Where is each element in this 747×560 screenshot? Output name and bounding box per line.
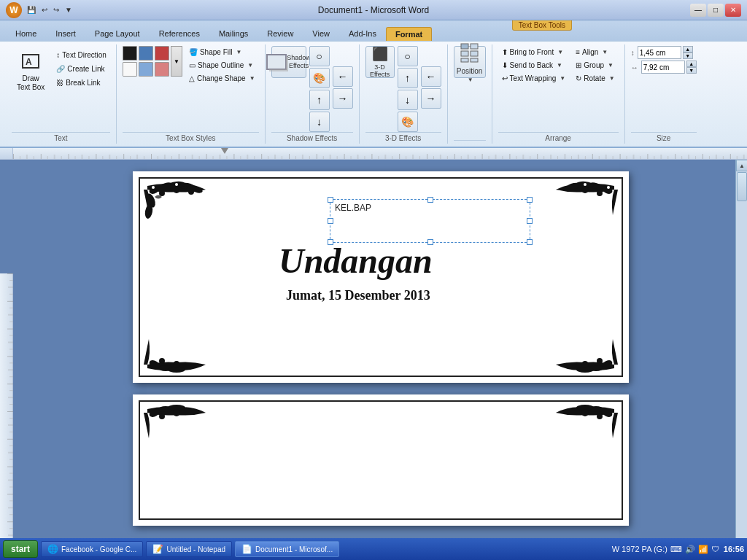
change-shape-label: Change Shape [197, 74, 246, 82]
shadow-color-button[interactable]: 🎨 [309, 68, 330, 88]
create-link-button[interactable]: 🔗 Create Link [53, 63, 110, 75]
shadow-sub-buttons: ○ 🎨 ↑ ↓ [309, 46, 330, 132]
svg-point-52 [173, 409, 180, 416]
text-direction-button[interactable]: ↕ Text Direction [53, 49, 110, 61]
3d-tilt-left-button[interactable]: ← [421, 66, 441, 87]
shadow-nudge-left-button[interactable]: ← [333, 66, 353, 87]
swatch-more-button[interactable]: ▼ [171, 46, 182, 77]
svg-point-34 [597, 190, 603, 196]
width-decrement[interactable]: ▼ [686, 67, 697, 74]
shadow-onoff-button[interactable]: ○ [309, 46, 330, 66]
swatch-black[interactable] [123, 46, 137, 61]
taskbar-item-word[interactable]: 📄 Document1 - Microsof... [235, 541, 339, 557]
tab-references[interactable]: References [150, 26, 209, 41]
start-button[interactable]: start [3, 540, 38, 558]
3d-tilt-down-button[interactable]: ↓ [398, 90, 418, 110]
align-label: Align [582, 48, 598, 56]
3d-tilt-right-button[interactable]: → [421, 88, 441, 109]
taskbar-right: W 1972 PA (G:) ⌨ 🔊 📶 🛡 16:56 [612, 545, 744, 554]
taskbar-item-facebook[interactable]: 🌐 Facebook - Google C... [41, 541, 143, 557]
ruler-area [0, 148, 747, 160]
svg-rect-6 [461, 58, 468, 62]
text-box-selected[interactable]: KEL.BAP [330, 199, 530, 243]
text-wrapping-button[interactable]: ↩ Text Wrapping ▼ [498, 72, 570, 85]
customize-quick-btn[interactable]: ▼ [63, 4, 74, 15]
office-button[interactable]: W [6, 2, 22, 18]
group-button[interactable]: ⊞ Group ▼ [572, 59, 618, 71]
tab-format[interactable]: Format [386, 27, 432, 41]
save-quick-btn[interactable]: 💾 [25, 4, 38, 15]
swatch-lightred[interactable] [155, 62, 169, 77]
height-input[interactable] [638, 46, 681, 59]
rotate-button[interactable]: ↻ Rotate ▼ [572, 72, 618, 85]
taskbar-item-notepad[interactable]: 📝 Untitled - Notepad [146, 541, 232, 557]
3d-effects-button[interactable]: ⬛ 3-DEffects [365, 46, 395, 78]
scroll-track[interactable] [736, 171, 747, 552]
shape-outline-button[interactable]: ▭ Shape Outline ▼ [185, 59, 259, 71]
taskbar: start 🌐 Facebook - Google C... 📝 Untitle… [0, 538, 747, 560]
redo-quick-btn[interactable]: ↪ [51, 4, 61, 15]
shadow-nudge-buttons: ← → [333, 46, 353, 109]
shadow-effects-button[interactable]: ShadowEffects [271, 46, 306, 78]
handle-tl[interactable] [328, 197, 333, 203]
height-decrement[interactable]: ▼ [683, 52, 693, 59]
swatch-red[interactable] [155, 46, 169, 61]
tab-add-ins[interactable]: Add-Ins [339, 26, 386, 41]
doc-scroll-area[interactable]: KEL.BAP Undangan Jumat, 15 Desember 2013 [26, 160, 735, 560]
maximize-button[interactable]: □ [708, 4, 724, 17]
width-input[interactable] [641, 61, 685, 74]
swatch-white[interactable] [123, 62, 137, 77]
minimize-button[interactable]: — [690, 4, 706, 17]
vertical-scrollbar[interactable]: ▲ ▼ [735, 160, 747, 560]
text-direction-label: Text Direction [62, 51, 107, 59]
tab-insert[interactable]: Insert [46, 26, 85, 41]
handle-mr[interactable] [527, 218, 533, 224]
position-button[interactable]: Position ▼ [454, 46, 486, 78]
shadow-nudge-right-button[interactable]: → [333, 88, 353, 109]
bring-front-icon: ⬆ [502, 48, 508, 56]
3d-onoff-button[interactable]: ○ [398, 46, 418, 66]
scroll-up-button[interactable]: ▲ [736, 160, 747, 171]
tab-home[interactable]: Home [6, 26, 46, 41]
bring-front-arrow: ▼ [557, 49, 563, 55]
tab-view[interactable]: View [303, 26, 339, 41]
change-shape-button[interactable]: △ Change Shape ▼ [185, 72, 259, 85]
svg-point-51 [159, 413, 165, 419]
close-button[interactable]: ✕ [725, 4, 741, 17]
shape-fill-arrow: ▼ [236, 49, 241, 55]
svg-rect-5 [471, 51, 478, 56]
shape-fill-button[interactable]: 🪣 Shape Fill ▼ [185, 46, 259, 58]
change-shape-icon: △ [189, 74, 195, 82]
break-link-button[interactable]: ⛓ Break Link [53, 77, 110, 89]
handle-br[interactable] [527, 239, 533, 245]
3d-color-button[interactable]: 🎨 [398, 112, 418, 132]
shadow-nudge-down-button[interactable]: ↓ [309, 112, 330, 132]
notepad-icon: 📝 [152, 544, 163, 554]
tab-page-layout[interactable]: Page Layout [85, 26, 150, 41]
3d-tilt-up-button[interactable]: ↑ [398, 68, 418, 88]
swatch-lightblue[interactable] [139, 62, 153, 77]
align-button[interactable]: ≡ Align ▼ [572, 46, 618, 58]
height-increment[interactable]: ▲ [683, 46, 693, 52]
send-to-back-button[interactable]: ⬇ Send to Back ▼ [498, 59, 570, 71]
undo-quick-btn[interactable]: ↩ [39, 4, 50, 15]
svg-point-37 [584, 183, 587, 186]
tab-mailings[interactable]: Mailings [209, 26, 258, 41]
tab-review[interactable]: Review [258, 26, 303, 41]
svg-rect-12 [13, 148, 747, 160]
text-wrap-icon: ↩ [502, 74, 508, 82]
draw-text-box-button[interactable]: A DrawText Box [12, 46, 50, 96]
handle-ml[interactable] [328, 218, 333, 224]
handle-tm[interactable] [427, 197, 433, 203]
page-1: KEL.BAP Undangan Jumat, 15 Desember 2013 [133, 171, 629, 383]
shadow-nudge-up-button[interactable]: ↑ [309, 90, 330, 110]
scroll-thumb[interactable] [737, 172, 747, 201]
svg-rect-2 [461, 44, 468, 49]
bring-to-front-button[interactable]: ⬆ Bring to Front ▼ [498, 46, 570, 58]
swatch-blue[interactable] [139, 46, 153, 61]
shape-fill-icon: 🪣 [189, 48, 198, 56]
floral-bl [140, 328, 235, 376]
handle-tr[interactable] [527, 197, 533, 203]
3d-group-content: ⬛ 3-DEffects ○ ↑ ↓ 🎨 ← → [365, 46, 441, 132]
width-increment[interactable]: ▲ [686, 61, 697, 67]
